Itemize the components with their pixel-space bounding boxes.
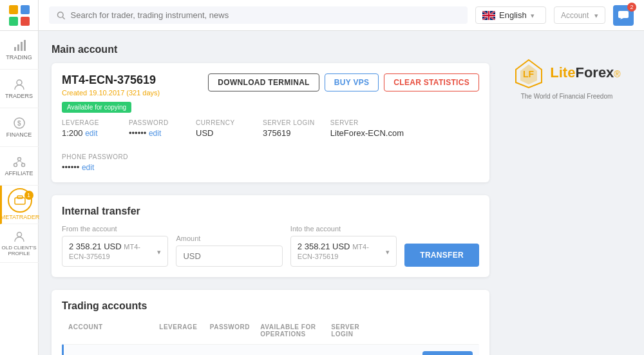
sidebar-item-affiliate-label: AFFILIATE	[5, 171, 33, 177]
chat-button[interactable]: 2	[613, 5, 634, 26]
svg-rect-4	[14, 47, 16, 51]
sidebar: TRADING TRADERS $ FINANCE	[0, 0, 39, 355]
search-icon	[57, 11, 66, 20]
svg-rect-17	[17, 196, 23, 198]
search-bar[interactable]	[49, 6, 468, 24]
language-chevron-icon	[531, 10, 535, 20]
sidebar-item-finance[interactable]: $ FINANCE	[0, 108, 39, 147]
top-up-button[interactable]: TOP UP	[422, 351, 473, 355]
sidebar-item-metatrader-label: METATRADER	[1, 215, 40, 221]
phone-password-label: PHONE PASSWORD	[62, 153, 128, 160]
trading-icon	[12, 39, 26, 53]
sidebar-item-trading[interactable]: TRADING	[0, 31, 39, 70]
into-account-select[interactable]: 2 358.21 USD MT4-ECN-375619	[290, 236, 397, 267]
svg-line-15	[19, 161, 23, 164]
logo-text-block: Lite Forex ®	[550, 64, 620, 81]
svg-point-13	[21, 164, 24, 167]
buy-vps-button[interactable]: BUY VPS	[325, 73, 379, 91]
amount-label: Amount	[176, 235, 282, 242]
detail-password: PASSWORD •••••• edit	[129, 119, 180, 138]
trading-accounts-section: Trading accounts ACCOUNT LEVERAGE PASSWO…	[52, 290, 489, 355]
left-panel: Main account MT4-ECN-375619 Created 19.1…	[52, 44, 489, 342]
leverage-edit-link[interactable]: edit	[85, 129, 97, 138]
sidebar-item-old-clients-profile[interactable]: OLD CLIENT'S PROFILE	[0, 224, 39, 263]
right-panel: LF Lite Forex ® The World of Financial F…	[502, 44, 631, 342]
account-chevron-icon	[594, 10, 598, 20]
phone-password-edit-link[interactable]: edit	[82, 163, 94, 172]
sidebar-item-metatrader[interactable]: METATRADER 1	[0, 186, 39, 224]
sidebar-item-trading-label: TRADING	[6, 55, 32, 61]
server-label: SERVER	[330, 119, 404, 126]
amount-input[interactable]	[183, 251, 275, 261]
main-content: English Account 2 Main account M	[39, 0, 644, 355]
header-account-dropdown[interactable]: Account	[554, 6, 605, 24]
transfer-button[interactable]: TRANSFER	[404, 244, 479, 267]
logo-subtitle: The World of Financial Freedom	[521, 93, 613, 100]
chat-icon	[618, 10, 629, 21]
finance-icon: $	[12, 116, 26, 130]
search-input[interactable]	[71, 10, 460, 20]
password-edit-link[interactable]: edit	[149, 129, 161, 138]
detail-server-login: SERVER LOGIN 375619	[263, 119, 315, 138]
from-account-group: From the account 2 358.21 USD MT4-ECN-37…	[62, 225, 168, 267]
logo-container: LF Lite Forex ®	[513, 57, 620, 89]
leverage-label: LEVERAGE	[62, 119, 113, 126]
svg-point-19	[57, 12, 63, 17]
col-header-server-login: SERVER LOGIN	[331, 323, 382, 338]
amount-group: Amount	[176, 235, 282, 267]
svg-rect-6	[21, 42, 23, 51]
col-header-account: ACCOUNT	[68, 323, 159, 338]
svg-rect-7	[24, 40, 26, 51]
server-login-value: 375619	[263, 128, 315, 138]
sidebar-item-traders-label: TRADERS	[5, 93, 33, 100]
svg-line-20	[62, 17, 64, 19]
clear-statistics-button[interactable]: CLEAR STATISTICS	[384, 73, 479, 91]
account-card: MT4-ECN-375619 Created 19.10.2017 (321 d…	[52, 63, 489, 182]
from-account-value: 2 358.21 USD MT4-ECN-375619	[69, 242, 157, 261]
svg-text:$: $	[17, 120, 21, 127]
language-selector[interactable]: English	[475, 6, 546, 24]
sidebar-item-traders[interactable]: TRADERS	[0, 70, 39, 108]
sidebar-item-affiliate[interactable]: AFFILIATE	[0, 147, 39, 186]
sidebar-item-finance-label: FINANCE	[6, 132, 32, 139]
svg-point-12	[14, 164, 17, 167]
account-info: MT4-ECN-375619 Created 19.10.2017 (321 d…	[62, 73, 160, 97]
sidebar-item-old-clients-label: OLD CLIENT'S PROFILE	[0, 245, 39, 257]
available-for-copying-badge: Available for copying	[62, 102, 131, 113]
detail-phone-password: PHONE PASSWORD •••••• edit	[62, 153, 128, 172]
svg-text:LF: LF	[523, 69, 535, 79]
from-account-chevron-icon	[157, 247, 161, 256]
currency-value: USD	[196, 128, 247, 138]
col-header-action	[422, 323, 473, 338]
amount-field[interactable]	[176, 245, 282, 267]
traders-icon	[12, 77, 26, 91]
row-top-up: TOP UP	[422, 351, 473, 355]
password-value: •••••• edit	[129, 128, 180, 138]
download-terminal-button[interactable]: DOWNLOAD TERMINAL	[208, 73, 319, 91]
leverage-value: 1:200 edit	[62, 128, 113, 138]
logo-text: Lite Forex ®	[550, 64, 620, 81]
password-label: PASSWORD	[129, 119, 180, 126]
svg-point-8	[17, 80, 22, 85]
phone-password-value: •••••• edit	[62, 162, 128, 172]
svg-point-18	[17, 233, 21, 237]
liteforex-logo-icon: LF	[513, 57, 545, 89]
logo	[0, 0, 39, 31]
svg-rect-30	[618, 11, 629, 18]
from-account-select[interactable]: 2 358.21 USD MT4-ECN-375619	[62, 236, 168, 267]
into-account-group: Into the account 2 358.21 USD MT4-ECN-37…	[290, 225, 397, 267]
main-account-section: Main account MT4-ECN-375619 Created 19.1…	[52, 44, 489, 182]
language-label: English	[499, 10, 527, 20]
account-date: Created 19.10.2017 (321 days)	[62, 89, 160, 97]
detail-leverage: LEVERAGE 1:200 edit	[62, 119, 113, 138]
detail-server: SERVER LiteForex-ECN.com	[330, 119, 404, 138]
liteforex-logo: LF Lite Forex ® The World of Financial F…	[502, 44, 631, 113]
header-account-label: Account	[561, 11, 589, 20]
affiliate-icon	[12, 155, 26, 169]
svg-rect-0	[9, 5, 18, 14]
table-row: MT4-ECN-375619 Available for copying 1:2…	[62, 344, 479, 355]
col-header-available: AVAILABLE FOR OPERATIONS	[260, 323, 331, 338]
logo-forex: Forex	[575, 64, 614, 81]
server-login-label: SERVER LOGIN	[263, 119, 315, 126]
detail-currency: CURRENCY USD	[196, 119, 247, 138]
